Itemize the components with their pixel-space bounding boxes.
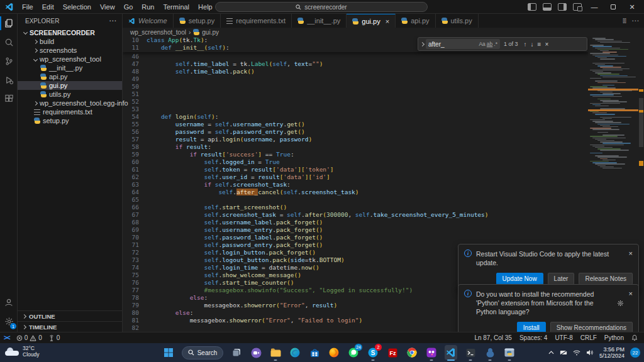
code-line-67[interactable]: 67 self.screenshot_task = self.after(300… — [123, 211, 588, 219]
code-line-62[interactable]: 62 self.user_id = result['data']['id'] — [123, 173, 588, 181]
code-line-51[interactable]: 51 — [123, 90, 588, 98]
panel-bottom-icon[interactable] — [543, 3, 552, 11]
release-notes-button[interactable]: Release Notes — [579, 273, 633, 285]
panel-left-icon[interactable] — [528, 3, 536, 11]
duck-app-icon[interactable] — [484, 345, 496, 360]
panel-right-icon[interactable] — [558, 3, 567, 11]
panel-outline[interactable]: OUTLINE — [18, 310, 122, 321]
python-app-icon[interactable] — [503, 345, 516, 360]
vscode-icon[interactable] — [445, 345, 457, 360]
code-line-65[interactable]: 65 — [123, 196, 588, 204]
code-line-50[interactable]: 50 — [123, 83, 588, 90]
later-button[interactable]: Later — [548, 273, 575, 285]
panel-timeline[interactable]: TIMELINE — [18, 321, 122, 332]
settings-gear-icon[interactable]: 1 — [0, 312, 18, 331]
code-line-57[interactable]: 57 result = api.login(username, password… — [123, 136, 588, 143]
status-crlf[interactable]: CRLF — [580, 334, 597, 341]
terminal-icon[interactable] — [464, 345, 477, 360]
tree-item-screenshots[interactable]: screenshots — [18, 46, 122, 55]
breadcrumb[interactable]: wp_screenshot_tool › gui.py — [123, 28, 644, 36]
tree-item-gui-py[interactable]: gui.py — [18, 81, 122, 90]
tab-utils-py[interactable]: utils.py — [436, 14, 479, 28]
wifi-icon[interactable] — [573, 350, 580, 356]
menu-file[interactable]: File — [18, 2, 38, 12]
find-input[interactable]: after_ Aa ab .* — [426, 39, 500, 49]
tree-root-screenrecorder[interactable]: SCREENRECORDER — [18, 28, 122, 37]
tab-gui-py[interactable]: gui.py× — [347, 14, 396, 28]
maximize-icon[interactable] — [605, 0, 621, 14]
bell-icon[interactable] — [631, 334, 638, 341]
regex-icon[interactable]: .* — [494, 41, 497, 47]
tree-item-build[interactable]: build — [18, 37, 122, 46]
command-center-search[interactable]: screenrecorder — [215, 2, 428, 12]
tree-item-api-py[interactable]: api.py — [18, 72, 122, 81]
breadcrumb-folder[interactable]: wp_screenshot_tool — [130, 29, 186, 36]
breadcrumb-file[interactable]: gui.py — [202, 29, 219, 36]
code-line-53[interactable]: 53 — [123, 106, 588, 113]
tree-item--init-py[interactable]: __init__.py — [18, 63, 122, 72]
edge-icon[interactable] — [289, 345, 301, 360]
filezilla-icon[interactable]: Fz — [386, 345, 399, 360]
search-view-icon[interactable] — [0, 33, 18, 52]
minimap[interactable] — [588, 36, 638, 172]
code-line-52[interactable]: 52 — [123, 98, 588, 106]
extensions-icon[interactable] — [0, 89, 18, 108]
editor-scrollbar[interactable] — [638, 36, 644, 332]
status-utf-8[interactable]: UTF-8 — [555, 334, 572, 341]
source-control-icon[interactable] — [0, 52, 18, 70]
code-line-64[interactable]: 64 self.after_cancel(self.screenshot_tas… — [123, 189, 588, 196]
split-editor-icon[interactable]: ⫿⫿ — [623, 18, 626, 25]
more-actions-icon[interactable]: ⋯ — [109, 16, 117, 25]
tree-item-setup-py[interactable]: setup.py — [18, 116, 122, 125]
notification-count-badge[interactable]: 22 — [630, 348, 640, 358]
taskbar-search[interactable]: Search — [182, 346, 223, 359]
account-icon[interactable] — [0, 293, 18, 312]
clock[interactable]: 3:56 PM 5/12/2024 — [599, 346, 625, 359]
code-line-69[interactable]: 69 self.username_entry.pack_forget() — [123, 226, 588, 234]
status-ln[interactable]: Ln 87, Col 35 — [474, 334, 512, 341]
menu-run[interactable]: Run — [137, 2, 158, 12]
tab-welcome[interactable]: Welcome — [123, 14, 174, 28]
menu-edit[interactable]: Edit — [38, 2, 58, 12]
weather-widget[interactable]: 32°C Cloudy — [5, 345, 39, 358]
close-find-icon[interactable]: × — [545, 41, 548, 48]
code-line-49[interactable]: 49 — [123, 75, 588, 83]
close-tab-icon[interactable]: × — [386, 18, 389, 25]
close-notification-icon[interactable]: × — [629, 250, 633, 267]
menu-help[interactable]: Help — [194, 2, 217, 12]
minimize-icon[interactable]: — — [586, 0, 602, 14]
tree-item-utils-py[interactable]: utils.py — [18, 90, 122, 99]
code-line-54[interactable]: 54 def login(self): — [123, 113, 588, 121]
notification-settings-icon[interactable] — [617, 290, 624, 316]
code-line-60[interactable]: 60 self.logged_in = True — [123, 158, 588, 166]
ports-status[interactable]: 0 — [48, 334, 60, 341]
chat-icon[interactable] — [250, 345, 262, 360]
skype-icon[interactable]: S2 — [367, 345, 379, 360]
tree-item-wp-screenshot-tool-egg-info[interactable]: wp_screenshot_tool.egg-info — [18, 99, 122, 107]
tree-item-wp-screenshot-tool[interactable]: wp_screenshot_tool — [18, 55, 122, 63]
status-spaces[interactable]: Spaces: 4 — [519, 334, 547, 341]
code-line-47[interactable]: 47 self.time_label = tk.Label(self, text… — [123, 60, 588, 68]
scrollbar-slider[interactable] — [639, 98, 643, 147]
menu-selection[interactable]: Selection — [58, 2, 96, 12]
find-in-selection-icon[interactable]: ≡ — [538, 41, 541, 48]
run-debug-icon[interactable] — [0, 70, 18, 89]
code-line-55[interactable]: 55 username = self.username_entry.get() — [123, 121, 588, 128]
menu-go[interactable]: Go — [119, 2, 138, 12]
code-line-46[interactable]: 46 — [123, 53, 588, 60]
menu-view[interactable]: View — [96, 2, 119, 12]
remote-indicator-icon[interactable]: >< — [4, 334, 10, 341]
update-now-button[interactable]: Update Now — [496, 273, 543, 285]
screen-recorder-icon[interactable] — [425, 345, 438, 360]
firefox-icon[interactable] — [328, 345, 340, 360]
code-line-68[interactable]: 68 self.username_label.pack_forget() — [123, 219, 588, 226]
close-icon[interactable]: ✕ — [624, 0, 640, 14]
tab-requirements-txt[interactable]: requirements.txt — [221, 14, 292, 28]
code-line-70[interactable]: 70 self.password_label.pack_forget() — [123, 234, 588, 241]
file-explorer-icon[interactable] — [269, 345, 282, 360]
whatsapp-icon[interactable]: 24 — [347, 345, 360, 360]
close-notification-icon[interactable]: × — [629, 290, 633, 316]
layout-customize-icon[interactable] — [573, 3, 582, 11]
tray-chevron-icon[interactable] — [548, 351, 554, 354]
code-line-59[interactable]: 59 if result['success'] == True: — [123, 151, 588, 158]
